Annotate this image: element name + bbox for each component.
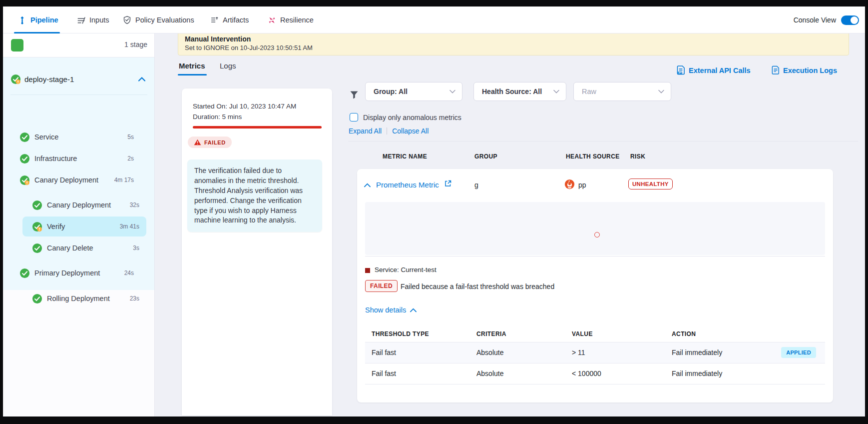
tab-inputs-label: Inputs <box>89 16 109 24</box>
warning-check-icon <box>19 175 30 186</box>
console-view-toggle[interactable] <box>841 16 859 25</box>
sidebar-step-rolling-deployment[interactable]: Rolling Deployment 23s <box>22 288 146 308</box>
step-duration: 5s <box>127 134 134 140</box>
collapse-row-chevron-up-icon[interactable] <box>364 183 371 188</box>
filter-funnel-icon[interactable] <box>350 90 359 100</box>
app-window: Pipeline Inputs Policy Evaluations Artif… <box>3 6 865 416</box>
stage-summary-header: 1 stage <box>3 34 154 58</box>
col-header-value: VALUE <box>572 330 593 338</box>
verification-message: The verification failed due to anomalies… <box>187 160 322 232</box>
show-details-link[interactable]: Show details <box>365 306 417 314</box>
sidebar-step-verify[interactable]: Verify 3m 41s <box>22 216 146 236</box>
console-view-control: Console View <box>794 6 859 34</box>
tab-metrics[interactable]: Metrics <box>179 62 205 70</box>
legend-marker <box>365 268 370 273</box>
execution-sidebar: 1 stage deploy-stage-1 Service 5s Infras… <box>3 34 155 416</box>
success-check-icon <box>32 200 42 210</box>
criteria-cell: Absolute <box>476 370 503 378</box>
failure-reason: Failed because a fail-fast threshold was… <box>401 282 554 290</box>
metric-health-source-value: pp <box>578 181 586 189</box>
step-label: Canary Deployment <box>47 201 111 209</box>
banner-subtitle: Set to IGNORE on 10-Jul-2023 10:50:51 AM <box>185 44 842 52</box>
stage-name: deploy-stage-1 <box>24 75 74 84</box>
col-header-metric-name: METRIC NAME <box>383 153 427 160</box>
external-link-icon[interactable] <box>444 180 451 187</box>
failed-badge: FAILED <box>365 280 398 292</box>
threshold-type-cell: Fail fast <box>372 370 396 378</box>
step-label: Service <box>34 133 58 141</box>
sidebar-step-canary-deployment-sub[interactable]: Canary Deployment 32s <box>22 195 146 215</box>
raw-filter-dropdown[interactable]: Raw <box>573 82 671 101</box>
chevron-up-icon[interactable] <box>138 77 145 82</box>
group-filter-value: Group: All <box>374 88 408 96</box>
health-source-filter-value: Health Source: All <box>482 88 542 96</box>
col-header-action: ACTION <box>672 330 696 338</box>
stage-count: 1 stage <box>124 40 147 48</box>
tab-artifacts[interactable]: Artifacts <box>210 6 249 34</box>
action-cell: Fail immediately <box>672 348 722 356</box>
divider <box>387 128 387 134</box>
failed-status-label: FAILED <box>204 140 226 146</box>
tab-pipeline-label: Pipeline <box>30 16 58 24</box>
group-filter-dropdown[interactable]: Group: All <box>365 82 462 101</box>
step-label: Primary Deployment <box>34 269 100 277</box>
threshold-row: Fail fast Absolute > 11 Fail immediately… <box>365 342 825 363</box>
console-view-label: Console View <box>794 16 836 24</box>
expand-collapse-controls: Expand AllCollapse All <box>349 126 429 136</box>
tab-artifacts-label: Artifacts <box>223 16 249 24</box>
metric-name-link[interactable]: Prometheus Metric <box>376 180 439 189</box>
sidebar-step-canary-deployment[interactable]: Canary Deployment 4m 17s <box>17 170 141 190</box>
tab-pipeline[interactable]: Pipeline <box>18 6 58 34</box>
artifacts-icon <box>210 16 219 24</box>
tab-resilience-label: Resilience <box>280 16 314 24</box>
sidebar-stage-deploy-stage-1[interactable]: deploy-stage-1 <box>3 70 154 88</box>
warning-check-icon <box>10 74 21 84</box>
anomalous-metrics-checkbox[interactable] <box>350 113 358 122</box>
col-header-risk: RISK <box>630 153 645 160</box>
stage-status-square <box>11 39 23 52</box>
step-label: Infrastructure <box>34 154 77 162</box>
anomalous-metrics-label: Display only anomalous metrics <box>363 114 461 122</box>
sidebar-step-infrastructure[interactable]: Infrastructure 2s <box>17 148 141 168</box>
divider <box>365 384 825 384</box>
verification-summary-card: Started On: Jul 10, 2023 10:47 AM Durati… <box>182 88 332 416</box>
threshold-type-cell: Fail fast <box>372 348 396 356</box>
value-cell: > 11 <box>572 348 585 356</box>
warning-check-icon <box>32 222 42 232</box>
sidebar-step-primary-deployment[interactable]: Primary Deployment 24s <box>17 263 141 283</box>
document-icon <box>772 66 780 75</box>
step-duration: 32s <box>130 202 139 208</box>
tab-policy-evaluations-label: Policy Evaluations <box>135 16 194 24</box>
tab-logs[interactable]: Logs <box>220 62 236 70</box>
failed-status-pill: FAILED <box>188 136 232 148</box>
inputs-icon <box>77 16 85 24</box>
shield-check-icon <box>123 16 131 24</box>
svg-text:API: API <box>678 72 682 74</box>
toggle-knob <box>851 16 858 24</box>
step-label: Verify <box>47 222 65 230</box>
tab-inputs[interactable]: Inputs <box>77 6 109 34</box>
chevron-up-icon <box>410 308 417 312</box>
expand-all-link[interactable]: Expand All <box>349 127 382 135</box>
api-document-icon: API <box>677 66 685 75</box>
tab-policy-evaluations[interactable]: Policy Evaluations <box>123 6 194 34</box>
sidebar-step-service[interactable]: Service 5s <box>17 127 141 147</box>
manual-intervention-banner: Manual Intervention Set to IGNORE on 10-… <box>178 32 849 56</box>
step-duration: 4m 17s <box>114 176 134 184</box>
tab-resilience[interactable]: Resilience <box>268 6 314 34</box>
chevron-down-icon <box>449 90 455 94</box>
step-duration: 23s <box>130 295 139 302</box>
risk-badge-unhealthy: UNHEALTHY <box>628 178 673 190</box>
col-header-health-source: HEALTH SOURCE <box>566 153 620 160</box>
progress-bar-failed <box>193 126 322 128</box>
step-duration: 3m 41s <box>120 223 139 230</box>
health-source-filter-dropdown[interactable]: Health Source: All <box>473 82 566 101</box>
collapse-all-link[interactable]: Collapse All <box>392 127 429 135</box>
sidebar-step-canary-delete[interactable]: Canary Delete 3s <box>22 238 146 258</box>
external-api-calls-link[interactable]: API External API Calls <box>677 66 751 75</box>
execution-logs-link[interactable]: Execution Logs <box>772 66 837 75</box>
divider <box>348 141 858 142</box>
metric-group-value: g <box>474 181 478 189</box>
active-tab-underline <box>14 32 60 34</box>
chart-data-point[interactable] <box>594 232 600 238</box>
